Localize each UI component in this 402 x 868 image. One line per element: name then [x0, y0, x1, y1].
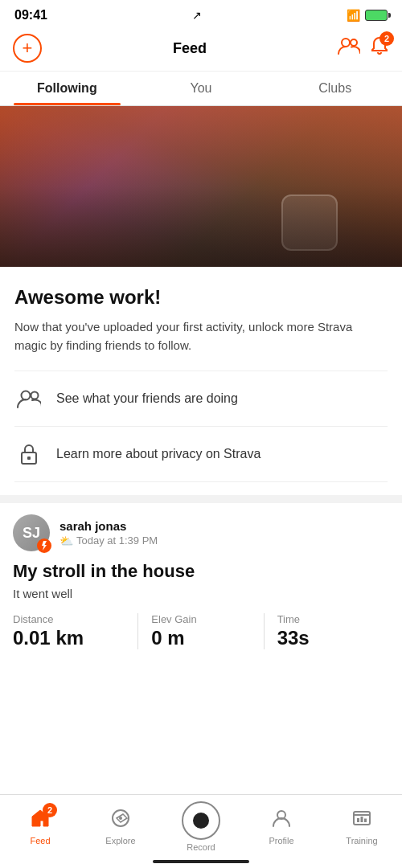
find-friends-icon[interactable]	[338, 37, 360, 59]
tab-you[interactable]: You	[134, 72, 269, 105]
nav-item-feed[interactable]: 2 Feed	[0, 808, 80, 845]
privacy-link[interactable]: Learn more about privacy on Strava	[14, 427, 388, 482]
explore-icon	[110, 808, 131, 833]
bottom-nav: 2 Feed Explore Record	[0, 794, 402, 868]
svg-point-2	[22, 391, 31, 400]
svg-point-3	[31, 392, 39, 399]
avatar-wrap: SJ	[13, 514, 50, 551]
activity-title[interactable]: My stroll in the house	[13, 561, 389, 582]
hero-image	[0, 106, 402, 267]
nav-item-record[interactable]: Record	[161, 801, 241, 852]
tab-clubs[interactable]: Clubs	[268, 72, 402, 105]
privacy-text: Learn more about privacy on Strava	[56, 447, 260, 461]
svg-point-8	[119, 817, 122, 820]
stat-elevation: Elev Gain 0 m	[137, 613, 263, 649]
friends-icon	[14, 384, 43, 413]
battery-icon	[365, 10, 388, 21]
nav-item-training[interactable]: Training	[322, 808, 402, 845]
explore-label: Explore	[105, 836, 135, 845]
activity-card: SJ sarah jonas ⛅ Today at 1:39 PM My str…	[0, 503, 402, 661]
record-label: Record	[187, 842, 215, 852]
svg-rect-5	[27, 457, 31, 460]
activity-header: SJ sarah jonas ⛅ Today at 1:39 PM	[13, 514, 389, 551]
explore-icon-wrap	[110, 808, 131, 833]
stat-distance-value: 0.01 km	[13, 627, 125, 649]
feed-badge: 2	[43, 803, 57, 817]
stat-distance-label: Distance	[13, 613, 125, 625]
find-friends-text: See what your friends are doing	[56, 391, 238, 406]
status-icons: 📶	[347, 9, 388, 22]
record-icon-wrap	[182, 801, 220, 840]
onboarding-content: Awesome work! Now that you've uploaded y…	[0, 267, 402, 495]
tab-following[interactable]: Following	[0, 72, 134, 105]
home-indicator	[153, 860, 249, 863]
feed-tabs: Following You Clubs	[0, 72, 402, 106]
stat-time-label: Time	[277, 613, 389, 625]
nav-item-profile[interactable]: Profile	[241, 808, 322, 845]
action-links: See what your friends are doing Learn mo…	[14, 371, 388, 482]
training-icon	[351, 808, 372, 833]
record-button-dot	[193, 813, 209, 829]
status-bar: 09:41 ↗ 📶	[0, 0, 402, 27]
status-arrow-icon: ↗	[192, 9, 202, 22]
svg-rect-13	[361, 817, 363, 822]
notifications-button[interactable]: 2	[370, 36, 389, 60]
svg-rect-14	[364, 819, 367, 823]
profile-label: Profile	[269, 836, 293, 845]
training-label: Training	[346, 836, 377, 845]
section-divider	[0, 495, 402, 503]
activity-description: It went well	[13, 587, 389, 600]
status-time: 09:41	[14, 8, 47, 23]
svg-rect-12	[357, 818, 359, 822]
record-button-ring	[182, 801, 220, 840]
header-title: Feed	[173, 40, 207, 57]
svg-point-1	[351, 39, 357, 46]
training-icon-wrap	[351, 808, 372, 833]
lock-icon	[14, 440, 43, 469]
feed-label: Feed	[30, 836, 50, 845]
strava-badge	[37, 538, 51, 553]
activity-timestamp: ⛅ Today at 1:39 PM	[59, 534, 389, 547]
find-friends-link[interactable]: See what your friends are doing	[14, 371, 388, 427]
notification-badge: 2	[379, 31, 394, 46]
wifi-icon: 📶	[347, 9, 360, 22]
profile-icon-wrap	[271, 808, 292, 833]
onboarding-description: Now that you've uploaded your first acti…	[14, 318, 388, 354]
app-header: + Feed 2	[0, 27, 402, 72]
feed-icon-wrap: 2	[30, 808, 51, 833]
hero-gradient-overlay	[0, 106, 402, 267]
add-activity-button[interactable]: +	[13, 34, 42, 63]
activity-username[interactable]: sarah jonas	[59, 519, 389, 533]
stat-distance: Distance 0.01 km	[13, 613, 137, 649]
stat-elevation-label: Elev Gain	[151, 613, 263, 625]
activity-stats: Distance 0.01 km Elev Gain 0 m Time 33s	[13, 613, 389, 649]
stat-time-value: 33s	[277, 627, 389, 649]
stat-elevation-value: 0 m	[151, 627, 263, 649]
stat-time: Time 33s	[264, 613, 389, 649]
header-actions: 2	[338, 36, 389, 60]
cloud-icon: ⛅	[59, 534, 73, 547]
nav-item-explore[interactable]: Explore	[80, 808, 161, 845]
profile-icon	[271, 808, 292, 833]
onboarding-title: Awesome work!	[14, 286, 388, 309]
svg-point-0	[342, 39, 350, 47]
activity-user-info: sarah jonas ⛅ Today at 1:39 PM	[59, 519, 389, 547]
